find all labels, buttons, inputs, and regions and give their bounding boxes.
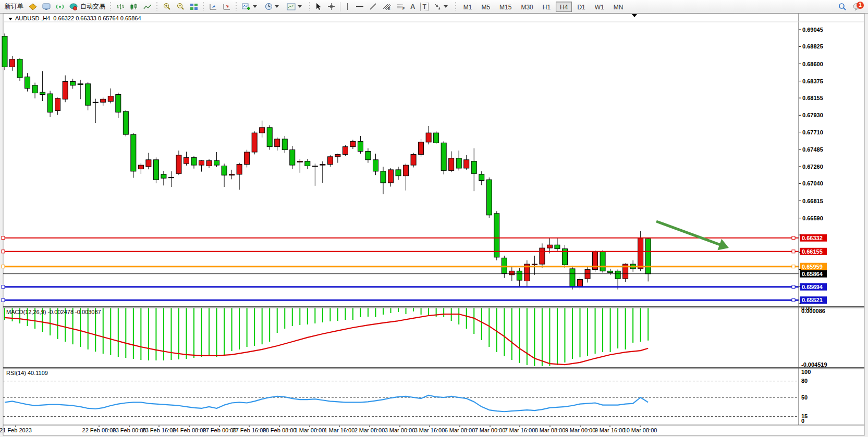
candle-up (404, 165, 409, 176)
candle-down (494, 214, 499, 257)
candle-up (176, 155, 181, 173)
candlestick-mode-button[interactable] (127, 1, 141, 13)
chart-arrow-down-icon (223, 3, 231, 10)
fibonacci-tool-button[interactable]: E (380, 1, 394, 13)
chart-window-icon-button[interactable] (40, 1, 53, 13)
line-handle-right[interactable] (792, 250, 795, 253)
price-tag-value: 0.65959 (802, 264, 823, 270)
timeframe-h1[interactable]: H1 (539, 2, 555, 12)
ohlc-values: 0.66322 0.66333 0.65764 0.65864 (53, 15, 141, 21)
new-order-button[interactable]: 新订单 (2, 1, 26, 13)
svg-text:0.66815: 0.66815 (802, 198, 823, 204)
candle-down (267, 128, 272, 147)
add-indicator-dropdown[interactable] (239, 1, 262, 13)
candle-up (108, 96, 113, 101)
timeframe-d1[interactable]: D1 (573, 2, 589, 12)
indicator-window-down-button[interactable] (220, 1, 234, 13)
toolbar-grip (202, 2, 205, 11)
fibonacci-icon: E (382, 3, 391, 10)
price-tag-value: 0.65694 (802, 284, 823, 290)
candle-up (93, 102, 98, 103)
candle-up (320, 165, 325, 165)
new-order-label: 新订单 (5, 2, 23, 11)
line-handle-left[interactable] (2, 285, 5, 289)
timeframe-m5[interactable]: M5 (477, 2, 494, 12)
candle-up (252, 133, 257, 152)
candle-up (419, 142, 424, 155)
timeframe-group: M1M5M15M30H1H4D1W1MN (459, 2, 628, 12)
chart-window[interactable] (3, 14, 864, 435)
candle-down (282, 139, 287, 150)
timeframe-m15[interactable]: M15 (495, 2, 516, 12)
candle-down (32, 85, 38, 93)
indicator-window-up-button[interactable] (206, 1, 220, 13)
svg-text:50: 50 (801, 394, 808, 401)
candle-down (381, 171, 386, 183)
candle-up (449, 158, 454, 171)
line-chart-mode-button[interactable] (141, 1, 154, 13)
line-handle-left[interactable] (2, 236, 5, 240)
line-handle-right[interactable] (792, 285, 795, 289)
timeframe-m1[interactable]: M1 (459, 2, 476, 12)
candle-down (441, 143, 446, 170)
svg-text:F: F (402, 7, 405, 10)
search-button[interactable] (836, 1, 849, 13)
chart-surface[interactable]: 0.000.000086-0.00451910080501500.663320.… (0, 0, 868, 437)
search-icon (838, 3, 847, 11)
line-handle-left[interactable] (2, 265, 5, 268)
grid-tool-button[interactable]: F (394, 1, 408, 13)
line-handle-right[interactable] (792, 298, 795, 302)
text-tool-button[interactable]: A (408, 1, 418, 13)
svg-text:0.67930: 0.67930 (802, 112, 823, 118)
candle-down (502, 258, 507, 273)
bar-chart-mode-button[interactable] (114, 1, 127, 13)
timeframe-h4[interactable]: H4 (556, 2, 572, 12)
timeframe-mn[interactable]: MN (609, 2, 628, 12)
auto-trading-button[interactable]: 自动交易 (67, 1, 108, 13)
toolbar-grip (455, 2, 457, 11)
horizontal-line-tool-button[interactable] (353, 1, 366, 13)
date-label: 23 Feb 00:00 (113, 427, 146, 433)
tile-windows-icon (190, 3, 198, 10)
signal-icon-button[interactable] (53, 1, 67, 13)
periods-dropdown[interactable] (262, 1, 284, 13)
line-handle-left[interactable] (2, 298, 5, 302)
zoom-in-button[interactable] (160, 1, 174, 13)
vertical-line-icon (345, 3, 350, 10)
candle-up (335, 154, 340, 156)
line-handle-right[interactable] (792, 265, 795, 268)
candle-up (388, 170, 394, 183)
toolbar-separator (340, 2, 340, 11)
svg-text:0.67710: 0.67710 (802, 129, 823, 135)
candle-down (396, 170, 401, 176)
candle-up (532, 264, 537, 265)
templates-dropdown[interactable] (284, 1, 307, 13)
candle-up (547, 245, 552, 248)
zoom-out-button[interactable] (174, 1, 187, 13)
timeframe-w1[interactable]: W1 (591, 2, 608, 12)
date-label: 9 Mar 00:00 (565, 427, 596, 433)
line-handle-left[interactable] (2, 250, 5, 253)
grid-icon: F (396, 3, 405, 10)
vertical-line-tool-button[interactable] (343, 1, 353, 13)
add-indicator-icon (242, 3, 251, 10)
notifications-button[interactable]: 1 (850, 1, 865, 13)
line-handle-right[interactable] (792, 236, 795, 240)
macd-name: MACD(12,26,9) (6, 309, 46, 315)
candle-down (600, 252, 605, 271)
auto-trading-label: 自动交易 (80, 2, 105, 11)
arrows-tool-dropdown[interactable] (431, 1, 453, 13)
cursor-tool-button[interactable] (313, 1, 325, 13)
gold-diamond-icon-button[interactable] (26, 1, 40, 13)
timeframe-m30[interactable]: M30 (517, 2, 537, 12)
date-label: 1 Mar 16:00 (324, 427, 355, 433)
svg-text:0: 0 (801, 418, 804, 424)
candle-up (411, 154, 416, 165)
tile-windows-button[interactable] (187, 1, 201, 13)
candle-down (161, 174, 166, 178)
candle-up (585, 269, 590, 279)
crosshair-tool-button[interactable] (325, 1, 338, 13)
trendline-tool-button[interactable] (366, 1, 380, 13)
date-label: 1 Mar 00:00 (295, 427, 325, 433)
text-label-tool-button[interactable]: T (418, 1, 431, 13)
